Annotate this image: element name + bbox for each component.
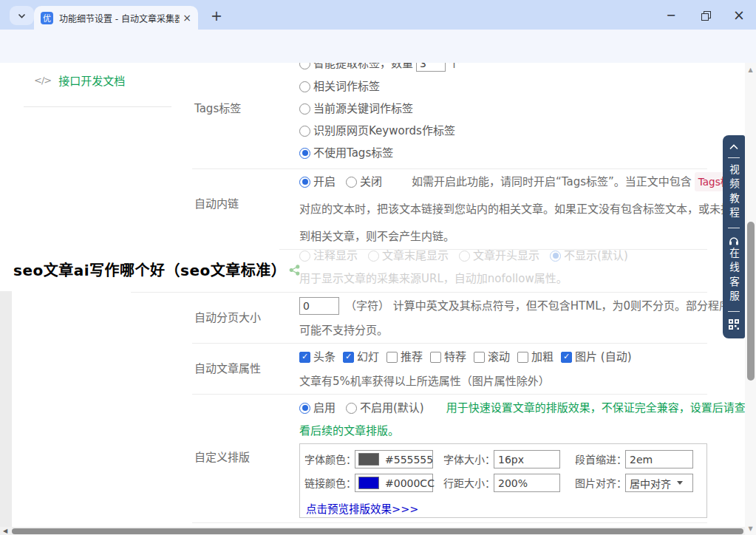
font-color-swatch[interactable] xyxy=(358,453,379,466)
option-label: 头条 xyxy=(313,348,336,366)
attributes-desc: 文章有5%机率获得以上所选属性（图片属性除外） xyxy=(299,372,550,390)
restore-icon xyxy=(701,11,709,19)
option-label: 不显示(默认) xyxy=(564,247,628,265)
radio-icon[interactable] xyxy=(299,81,310,92)
tag-count-input[interactable] xyxy=(416,63,446,72)
checkbox-icon-checked[interactable]: ✓ xyxy=(343,352,354,363)
vertical-scrollbar[interactable]: ▲ ▼ xyxy=(745,63,756,535)
page-viewport: </> 接口开发文档 Tags标签 智能提取标签，数量 个 相关词作标签 当前源… xyxy=(0,63,756,535)
radio-icon-disabled xyxy=(459,251,470,262)
radio-option[interactable]: 相关词作标签 xyxy=(299,78,380,95)
share-icon[interactable] xyxy=(289,265,300,279)
font-color-picker[interactable]: #555555 xyxy=(355,450,433,468)
caption-overlay: seo文章ai写作哪个好（seo文章标准） xyxy=(0,248,279,290)
radio-option-on[interactable]: 启用 xyxy=(299,399,336,417)
font-size-input[interactable] xyxy=(494,450,560,468)
radio-icon-selected[interactable] xyxy=(299,148,310,159)
row-divider xyxy=(192,394,707,395)
qr-code-icon[interactable] xyxy=(729,319,739,330)
radio-icon[interactable] xyxy=(299,126,310,137)
horizontal-scrollbar[interactable]: ◀ xyxy=(0,527,745,535)
radio-option[interactable]: 当前源关键词作标签 xyxy=(299,100,413,117)
scroll-down-arrow[interactable]: ▼ xyxy=(745,523,756,534)
horizontal-scrollbar-thumb[interactable] xyxy=(12,528,743,534)
indent-input[interactable] xyxy=(625,450,693,468)
field-label-attributes: 自动文章属性 xyxy=(194,360,261,378)
typeset-desc: 用于快速设置文章的排版效果，不保证完全兼容，设置后请查 xyxy=(446,399,746,417)
checkbox-option[interactable]: 滚动 xyxy=(474,348,510,366)
radio-option-smart-tags[interactable]: 智能提取标签，数量 个 xyxy=(299,63,460,72)
link-color-swatch[interactable] xyxy=(358,477,379,489)
row-divider xyxy=(192,522,707,523)
select-value: 居中对齐 xyxy=(630,476,671,491)
radio-option-selected[interactable]: 不使用Tags标签 xyxy=(299,144,393,162)
checkbox-icon[interactable] xyxy=(474,352,485,363)
option-label: 相关词作标签 xyxy=(313,78,380,95)
new-tab-button[interactable]: + xyxy=(208,7,225,24)
radio-icon-disabled xyxy=(299,251,310,262)
checkbox-icon-checked[interactable]: ✓ xyxy=(299,352,310,363)
link-color-picker[interactable]: #0000CC xyxy=(355,474,433,492)
vertical-scrollbar-thumb[interactable] xyxy=(747,222,755,381)
checkbox-option-checked[interactable]: ✓图片 (自动) xyxy=(561,348,631,366)
autolink-desc: 如需开启此功能，请同时开启“Tags标签”。当正文中包含 xyxy=(412,173,692,191)
video-tutorial-button[interactable]: 视频教程 xyxy=(726,164,741,222)
source-display-options: 注释显示 文章末尾显示 文章开头显示 不显示(默认) xyxy=(299,247,638,265)
radio-option-off[interactable]: 不启用(默认) xyxy=(346,399,424,417)
checkbox-option[interactable]: 加粗 xyxy=(517,348,554,366)
tab-search-button[interactable] xyxy=(10,6,34,25)
pagination-size-input[interactable] xyxy=(299,297,339,315)
row-divider xyxy=(192,343,707,344)
typeset-settings-box: 字体颜色： #555555 字体大小： 段首缩进： 链接颜色： #0000CC … xyxy=(299,443,707,518)
online-service-button[interactable]: 在线客服 xyxy=(726,248,741,305)
checkbox-option-checked[interactable]: ✓幻灯 xyxy=(343,348,379,366)
window-controls: − × xyxy=(654,0,756,30)
option-label: 幻灯 xyxy=(357,348,379,366)
radio-option-disabled: 文章末尾显示 xyxy=(368,247,449,265)
radio-option[interactable]: 识别原网页Keywords作标签 xyxy=(299,122,455,140)
line-height-input[interactable] xyxy=(494,474,560,492)
tab-close-icon[interactable]: × xyxy=(183,13,191,23)
radio-icon[interactable] xyxy=(299,103,310,115)
checkbox-icon[interactable] xyxy=(517,352,528,363)
checkbox-option-checked[interactable]: ✓头条 xyxy=(299,348,336,366)
close-window-button[interactable]: × xyxy=(722,0,756,30)
collapse-up-button[interactable] xyxy=(729,144,739,150)
option-label: 开启 xyxy=(313,173,336,191)
scroll-up-arrow[interactable]: ▲ xyxy=(745,64,756,75)
checkbox-icon[interactable] xyxy=(386,352,398,363)
checkbox-option[interactable]: 特荐 xyxy=(430,348,466,366)
radio-icon-disabled xyxy=(368,251,379,262)
radio-option-on[interactable]: 开启 xyxy=(299,173,336,191)
option-label: 文章开头显示 xyxy=(473,247,539,265)
option-label: 不启用(默认) xyxy=(360,399,424,417)
preview-typeset-link[interactable]: 点击预览排版效果>>> xyxy=(306,500,418,516)
typeset-controls: 启用 不启用(默认) 用于快速设置文章的排版效果，不保证完全兼容，设置后请查 xyxy=(299,399,746,417)
img-align-select[interactable]: 居中对齐 xyxy=(625,474,693,492)
option-label: 个 xyxy=(449,63,460,72)
pagination-desc: （字符） 计算中英文及其标点符号，但不包含HTML，为0则不分页。部分程序 xyxy=(345,297,730,315)
checkbox-icon-checked[interactable]: ✓ xyxy=(561,352,572,363)
restore-button[interactable] xyxy=(688,0,722,30)
headset-icon[interactable] xyxy=(728,236,740,246)
indent-label: 段首缩进： xyxy=(575,450,627,469)
checkbox-icon[interactable] xyxy=(430,352,441,363)
radio-icon[interactable] xyxy=(346,403,357,414)
radio-icon[interactable] xyxy=(346,177,357,188)
font-color-label: 字体颜色： xyxy=(304,450,356,469)
radio-option-off[interactable]: 关闭 xyxy=(346,173,382,191)
tab-title: 功能细节设置 - 自动文章采集器 xyxy=(59,12,180,24)
checkbox-option[interactable]: 推荐 xyxy=(386,348,423,366)
sidebar-item-api-docs[interactable]: </> 接口开发文档 xyxy=(34,72,125,87)
option-label: 图片 (自动) xyxy=(575,348,631,366)
typeset-desc: 看后续的文章排版。 xyxy=(299,422,399,440)
active-tab[interactable]: 优 功能细节设置 - 自动文章采集器 × xyxy=(34,6,198,30)
scroll-left-arrow[interactable]: ◀ xyxy=(1,527,10,535)
option-label: 特荐 xyxy=(444,348,466,366)
radio-icon-selected[interactable] xyxy=(299,403,310,414)
option-label: 加粗 xyxy=(531,348,554,366)
radio-icon-selected[interactable] xyxy=(299,177,310,188)
minimize-button[interactable]: − xyxy=(654,0,688,30)
radio-icon[interactable] xyxy=(299,63,310,69)
option-label: 不使用Tags标签 xyxy=(313,144,393,162)
